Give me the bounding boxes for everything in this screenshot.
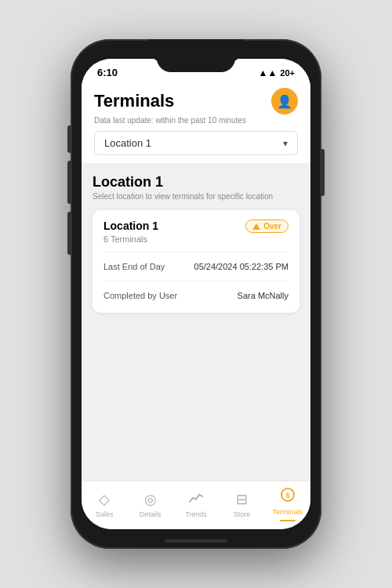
terminals-count: 6 Terminals [103,234,289,244]
side-button-volume-up [67,161,71,204]
side-button-volume-down [67,212,71,255]
section-title: Location 1 [93,174,299,191]
bottom-navigation: ◇ Sales ◎ Details Trends ⊟ Store [82,481,310,529]
details-icon: ◎ [144,491,157,508]
last-end-row: Last End of Day 05/24/2024 05:22:35 PM [103,259,289,274]
card-header: Location 1 Over [103,220,289,233]
nav-item-sales[interactable]: ◇ Sales [82,491,127,518]
sales-icon: ◇ [99,491,110,508]
card-title: Location 1 [103,220,158,232]
nav-label-terminals: Terminals [273,508,303,516]
over-badge: Over [245,220,289,233]
nav-item-terminals[interactable]: $ Terminals [265,488,310,521]
chevron-down-icon: ▾ [283,138,288,149]
status-icons: ▲▲ 20+ [259,67,295,78]
status-time: 6:10 [97,67,118,78]
store-icon: ⊟ [236,491,248,508]
phone-notch [149,39,243,63]
phone-frame: 6:10 ▲▲ 20+ Terminals 👤 Data last update… [71,39,321,549]
active-indicator [280,520,296,521]
side-button-mute [67,125,71,153]
nav-item-details[interactable]: ◎ Details [127,491,172,518]
header-row: Terminals 👤 [94,88,298,114]
location-card[interactable]: Location 1 Over 6 Terminals Last End of … [93,210,299,313]
location-dropdown[interactable]: Location 1 ▾ [94,131,298,155]
last-end-label: Last End of Day [103,262,165,271]
wifi-icon: ▲▲ [259,67,278,78]
completed-by-row: Completed by User Sara McNally [103,288,289,303]
section-subtitle: Select location to view terminals for sp… [93,192,299,201]
warning-icon [252,223,260,230]
avatar-button[interactable]: 👤 [271,88,298,114]
dropdown-selected: Location 1 [104,137,151,149]
over-text: Over [263,222,281,230]
page-title: Terminals [94,91,174,111]
battery-indicator: 20+ [280,68,295,78]
card-divider-2 [103,281,289,281]
completed-by-value: Sara McNally [238,291,289,300]
nav-label-trends: Trends [185,510,207,518]
nav-label-store: Store [234,510,251,518]
user-icon: 👤 [277,94,292,109]
main-content: Location 1 Select location to view termi… [82,163,310,481]
nav-item-trends[interactable]: Trends [173,492,219,518]
nav-label-sales: Sales [96,510,114,518]
terminals-nav-icon: $ [281,488,295,506]
card-divider-1 [103,252,289,252]
completed-by-label: Completed by User [103,291,177,300]
screen: 6:10 ▲▲ 20+ Terminals 👤 Data last update… [82,59,310,529]
nav-label-details: Details [140,510,162,518]
svg-text:$: $ [285,492,289,499]
last-update-text: Data last update: within the past 10 min… [94,116,298,125]
trends-icon [189,492,203,508]
nav-item-store[interactable]: ⊟ Store [219,491,264,518]
header: Terminals 👤 Data last update: within the… [82,82,310,163]
home-indicator [165,539,227,543]
last-end-value: 05/24/2024 05:22:35 PM [194,262,289,271]
